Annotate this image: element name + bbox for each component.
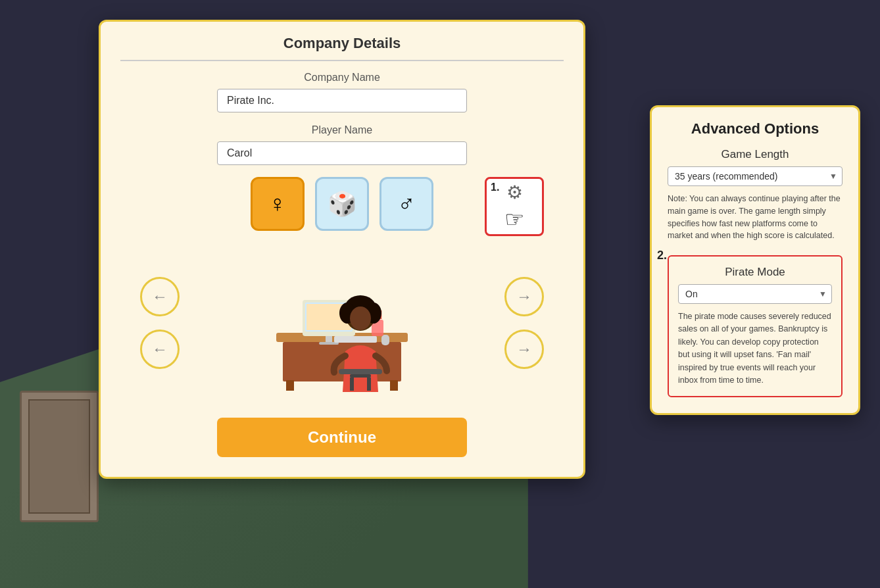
door-decoration bbox=[20, 391, 99, 522]
dice-icon: 🎲 bbox=[328, 190, 357, 218]
svg-point-19 bbox=[350, 306, 371, 330]
advanced-options-panel: Advanced Options Game Length 20 years 35… bbox=[650, 105, 860, 415]
gender-selection-row: ♀ 🎲 ♂ 1. ⚙ ☞ bbox=[120, 177, 564, 231]
company-name-label: Company Name bbox=[120, 72, 564, 84]
nav-right-top-button[interactable]: → bbox=[504, 277, 544, 316]
gear-icon: ⚙ bbox=[506, 182, 523, 203]
svg-rect-8 bbox=[334, 336, 377, 343]
svg-rect-23 bbox=[367, 378, 371, 391]
character-selection-area: ← ← bbox=[120, 244, 564, 402]
svg-rect-2 bbox=[286, 380, 294, 391]
pirate-mode-select-wrap: On Off ▼ bbox=[678, 284, 832, 304]
step-1-label: 1. bbox=[491, 182, 499, 193]
svg-rect-9 bbox=[381, 335, 389, 345]
gender-male-button[interactable]: ♂ bbox=[379, 177, 433, 231]
nav-left-bottom-button[interactable]: ← bbox=[140, 330, 180, 369]
svg-rect-6 bbox=[326, 336, 332, 343]
right-arrow-top-icon: → bbox=[516, 287, 532, 306]
pirate-mode-section: 2. Pirate Mode On Off ▼ The pirate mode … bbox=[668, 255, 843, 397]
company-name-input[interactable] bbox=[217, 89, 467, 112]
svg-rect-3 bbox=[390, 380, 398, 391]
continue-label: Continue bbox=[308, 428, 376, 446]
character-scene bbox=[237, 254, 447, 392]
pirate-mode-description: The pirate mode causes severely reduced … bbox=[678, 310, 832, 387]
continue-button[interactable]: Continue bbox=[217, 418, 467, 457]
gender-female-button[interactable]: ♀ bbox=[251, 177, 305, 231]
game-length-select[interactable]: 20 years 35 years (recommended) 50 years bbox=[668, 166, 843, 186]
left-arrow-icon: ← bbox=[152, 287, 168, 306]
svg-rect-20 bbox=[339, 369, 382, 374]
nav-right-bottom-button[interactable]: → bbox=[504, 330, 544, 369]
gender-random-button[interactable]: 🎲 bbox=[315, 177, 369, 231]
game-length-label: Game Length bbox=[668, 148, 843, 161]
pointer-icon: ☞ bbox=[504, 206, 524, 232]
game-length-note: Note: You can always continue playing af… bbox=[668, 193, 843, 242]
svg-rect-21 bbox=[350, 374, 371, 378]
player-name-label: Player Name bbox=[120, 124, 564, 136]
step-2-label: 2. bbox=[657, 249, 667, 262]
female-icon: ♀ bbox=[269, 190, 287, 218]
game-length-select-wrap: 20 years 35 years (recommended) 50 years… bbox=[668, 166, 843, 186]
company-details-panel: Company Details Company Name Player Name… bbox=[99, 20, 585, 479]
advanced-options-button[interactable]: 1. ⚙ ☞ bbox=[485, 177, 544, 236]
pirate-mode-label: Pirate Mode bbox=[678, 266, 832, 279]
panel-title: Company Details bbox=[120, 35, 564, 61]
door-inner-decoration bbox=[28, 399, 90, 514]
player-name-input[interactable] bbox=[217, 141, 467, 165]
advanced-options-title: Advanced Options bbox=[668, 120, 843, 137]
male-icon: ♂ bbox=[398, 190, 416, 218]
right-arrow-bottom-icon: → bbox=[516, 340, 532, 358]
nav-left-top-button[interactable]: ← bbox=[140, 277, 180, 316]
svg-rect-22 bbox=[350, 378, 354, 391]
left-arrow-bottom-icon: ← bbox=[152, 340, 168, 358]
pirate-mode-select[interactable]: On Off bbox=[678, 284, 832, 304]
